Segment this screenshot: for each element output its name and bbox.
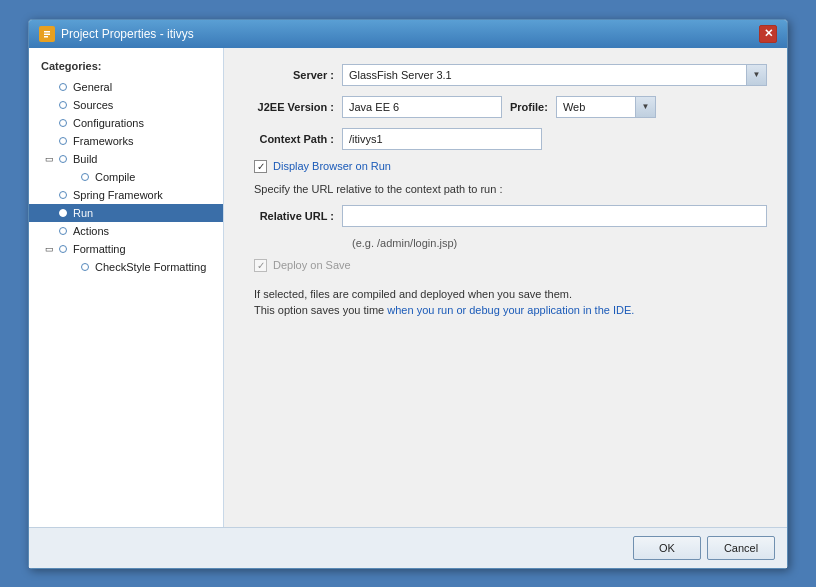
- categories-label: Categories:: [29, 56, 223, 78]
- node-icon-general: [56, 80, 70, 94]
- j2ee-value: Java EE 6: [343, 99, 501, 115]
- close-button[interactable]: ✕: [759, 25, 777, 43]
- node-icon-build: [56, 152, 70, 166]
- deploy-row: ✓ Deploy on Save: [244, 259, 767, 272]
- title-bar: Project Properties - itivys ✕: [29, 20, 787, 48]
- node-icon-sources: [56, 98, 70, 112]
- expand-compile: [65, 171, 77, 183]
- server-label: Server :: [244, 69, 334, 81]
- sidebar-item-frameworks[interactable]: Frameworks: [29, 132, 223, 150]
- node-icon-compile: [78, 170, 92, 184]
- node-icon-run: [56, 206, 70, 220]
- expand-configurations: [43, 117, 55, 129]
- profile-value: Web: [557, 99, 635, 115]
- info-link: when you run or debug your application i…: [387, 304, 634, 316]
- j2ee-label: J2EE Version :: [244, 101, 334, 113]
- sidebar-item-configurations[interactable]: Configurations: [29, 114, 223, 132]
- svg-rect-1: [44, 31, 50, 33]
- dialog-body: Categories: General Sources Configuratio…: [29, 48, 787, 527]
- sidebar-item-compile[interactable]: Compile: [29, 168, 223, 186]
- info-line1: If selected, files are compiled and depl…: [254, 286, 767, 303]
- title-bar-left: Project Properties - itivys: [39, 26, 194, 42]
- sidebar-item-sources[interactable]: Sources: [29, 96, 223, 114]
- info-section: If selected, files are compiled and depl…: [244, 286, 767, 319]
- project-properties-dialog: Project Properties - itivys ✕ Categories…: [28, 19, 788, 569]
- display-browser-text: Display Browser on Run: [273, 160, 391, 172]
- dialog-icon: [39, 26, 55, 42]
- expand-checkstyle: [65, 261, 77, 273]
- sidebar-item-formatting[interactable]: ▭ Formatting: [29, 240, 223, 258]
- context-path-input[interactable]: [342, 128, 542, 150]
- expand-spring: [43, 189, 55, 201]
- profile-dropdown-arrow[interactable]: ▼: [635, 97, 655, 117]
- sidebar-item-build[interactable]: ▭ Build: [29, 150, 223, 168]
- server-value: GlassFish Server 3.1: [343, 67, 746, 83]
- j2ee-dropdown[interactable]: Java EE 6: [342, 96, 502, 118]
- sidebar-item-run[interactable]: Run: [29, 204, 223, 222]
- expand-frameworks: [43, 135, 55, 147]
- expand-run: [43, 207, 55, 219]
- dialog-title: Project Properties - itivys: [61, 27, 194, 41]
- expand-general: [43, 81, 55, 93]
- deploy-label: Deploy on Save: [273, 259, 351, 271]
- example-text: (e.g. /admin/login.jsp): [244, 237, 767, 249]
- context-path-row: Context Path :: [244, 128, 767, 150]
- deploy-checkbox[interactable]: ✓: [254, 259, 267, 272]
- server-dropdown[interactable]: GlassFish Server 3.1 ▼: [342, 64, 767, 86]
- cancel-button[interactable]: Cancel: [707, 536, 775, 560]
- svg-rect-2: [44, 33, 50, 35]
- j2ee-row: J2EE Version : Java EE 6 Profile: Web ▼: [244, 96, 767, 118]
- context-label: Context Path :: [244, 133, 334, 145]
- node-icon-formatting: [56, 242, 70, 256]
- node-icon-configurations: [56, 116, 70, 130]
- node-icon-actions: [56, 224, 70, 238]
- node-icon-checkstyle: [78, 260, 92, 274]
- ok-button[interactable]: OK: [633, 536, 701, 560]
- server-row: Server : GlassFish Server 3.1 ▼: [244, 64, 767, 86]
- display-browser-label: Display Browser on Run: [273, 160, 391, 172]
- sidebar-item-actions[interactable]: Actions: [29, 222, 223, 240]
- svg-rect-3: [44, 36, 48, 38]
- expand-actions: [43, 225, 55, 237]
- relative-url-label: Relative URL :: [244, 210, 334, 222]
- main-panel: Server : GlassFish Server 3.1 ▼ J2EE Ver…: [224, 48, 787, 527]
- display-browser-checkbox[interactable]: ✓: [254, 160, 267, 173]
- sidebar-item-general[interactable]: General: [29, 78, 223, 96]
- display-browser-row: ✓ Display Browser on Run: [244, 160, 767, 173]
- profile-dropdown[interactable]: Web ▼: [556, 96, 656, 118]
- relative-url-row: Relative URL :: [244, 205, 767, 227]
- server-dropdown-arrow[interactable]: ▼: [746, 65, 766, 85]
- node-icon-frameworks: [56, 134, 70, 148]
- expand-build: ▭: [43, 153, 55, 165]
- sidebar: Categories: General Sources Configuratio…: [29, 48, 224, 527]
- expand-sources: [43, 99, 55, 111]
- specify-text: Specify the URL relative to the context …: [244, 183, 767, 195]
- expand-formatting: ▭: [43, 243, 55, 255]
- sidebar-item-spring[interactable]: Spring Framework: [29, 186, 223, 204]
- info-line2: This option saves you time when you run …: [254, 302, 767, 319]
- dialog-footer: OK Cancel: [29, 527, 787, 568]
- sidebar-item-checkstyle[interactable]: CheckStyle Formatting: [29, 258, 223, 276]
- profile-label: Profile:: [510, 101, 548, 113]
- relative-url-input[interactable]: [342, 205, 767, 227]
- node-icon-spring: [56, 188, 70, 202]
